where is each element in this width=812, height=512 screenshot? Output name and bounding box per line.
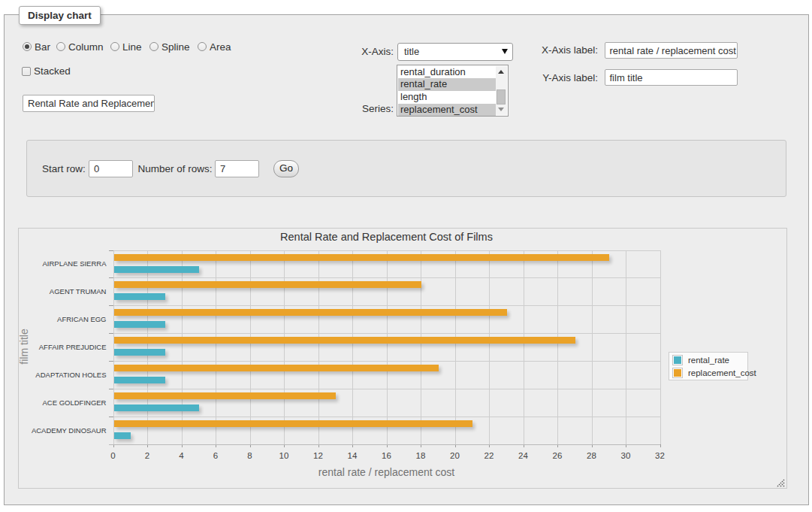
legend-label: rental_rate xyxy=(688,356,729,365)
y-tickmark xyxy=(109,361,113,362)
stacked-checkbox[interactable] xyxy=(22,67,31,76)
chart-type-radio-bar[interactable] xyxy=(23,42,32,51)
scroll-down-icon xyxy=(498,108,504,111)
listbox-scrollbar[interactable] xyxy=(496,66,507,115)
category-label: AGENT TRUMAN xyxy=(23,288,107,295)
bar-rental_rate xyxy=(114,377,165,383)
chart-container: Rental Rate and Replacement Cost of Film… xyxy=(18,228,787,489)
x-tick-label: 0 xyxy=(102,451,125,460)
page: Display chart BarColumnLineSplineArea St… xyxy=(0,0,812,512)
scroll-up-button[interactable] xyxy=(496,66,507,77)
bar-rental_rate xyxy=(114,349,165,356)
x-gridline xyxy=(592,250,593,445)
y-tickmark xyxy=(109,305,113,306)
x-tick-label: 26 xyxy=(546,451,569,460)
series-option-rental_duration[interactable]: rental_duration xyxy=(398,66,496,79)
series-listbox[interactable]: rental_durationrental_ratelengthreplacem… xyxy=(397,65,509,117)
category-label: ADAPTATION HOLES xyxy=(23,371,107,379)
fieldset-legend: Display chart xyxy=(19,6,101,25)
bar-replacement_cost xyxy=(114,337,575,344)
x-gridline xyxy=(660,250,661,445)
x-tick-label: 6 xyxy=(204,451,227,460)
chart-title-input[interactable]: Rental Rate and Replacement Cost of Film… xyxy=(23,95,155,112)
y-tickmark xyxy=(109,333,113,334)
number-of-rows-input[interactable]: 7 xyxy=(215,160,259,178)
x-gridline xyxy=(147,250,148,445)
bar-replacement_cost xyxy=(114,365,439,371)
bar-rental_rate xyxy=(114,293,165,300)
y-gridline xyxy=(113,417,660,417)
chart-type-label-bar: Bar xyxy=(35,42,50,53)
chart-type-radio-column[interactable] xyxy=(56,42,65,51)
scrollbar-thumb[interactable] xyxy=(497,89,506,105)
x-gridline xyxy=(284,250,285,445)
x-tick-label: 24 xyxy=(512,451,535,460)
x-tick-label: 8 xyxy=(239,451,261,460)
x-tick-label: 22 xyxy=(478,451,500,460)
x-tick-label: 12 xyxy=(307,451,330,460)
category-label: AFRICAN EGG xyxy=(23,316,107,323)
x-axis-title: rental rate / replacement cost xyxy=(113,466,660,478)
x-tick-label: 30 xyxy=(614,451,637,460)
bar-rental_rate xyxy=(114,266,200,273)
y-axis-title: film title xyxy=(18,317,30,377)
legend-label: replacement_cost xyxy=(688,368,756,378)
number-of-rows-label: Number of rows: xyxy=(138,164,213,174)
y-tickmark xyxy=(109,277,113,278)
category-label: AFFAIR PREJUDICE xyxy=(23,344,107,351)
x-axis-label-label: X-Axis label: xyxy=(518,45,598,56)
y-axis-label-input[interactable]: film title xyxy=(605,69,738,86)
bar-rental_rate xyxy=(114,432,131,439)
x-gridline xyxy=(352,250,353,445)
stacked-label: Stacked xyxy=(34,66,71,77)
y-tickmark xyxy=(109,389,113,389)
resize-grip-icon[interactable] xyxy=(776,477,785,486)
x-tick-label: 18 xyxy=(409,451,432,460)
chart-type-radio-line[interactable] xyxy=(110,42,119,51)
y-gridline xyxy=(113,333,660,334)
y-gridline xyxy=(113,277,660,278)
chart-type-label-spline: Spline xyxy=(161,42,190,53)
radio-dot-icon xyxy=(25,44,29,49)
chart-type-label-line: Line xyxy=(122,42,142,53)
chart-type-radio-spline[interactable] xyxy=(149,42,158,51)
chart-type-label-area: Area xyxy=(210,42,231,53)
x-gridline xyxy=(489,250,490,445)
y-tickmark xyxy=(109,250,113,251)
bar-rental_rate xyxy=(114,321,165,328)
x-tickmark xyxy=(660,444,661,447)
x-gridline xyxy=(216,250,216,445)
x-tick-label: 20 xyxy=(444,451,466,460)
dropdown-arrow-icon xyxy=(502,49,508,54)
y-axis-label-label: Y-Axis label: xyxy=(518,73,598,83)
scroll-up-icon xyxy=(498,70,504,74)
category-label: ACADEMY DINOSAUR xyxy=(23,427,107,435)
category-label: AIRPLANE SIERRA xyxy=(23,260,107,268)
x-tick-label: 14 xyxy=(341,451,364,460)
x-tick-label: 32 xyxy=(649,451,672,460)
x-tick-label: 16 xyxy=(376,451,398,460)
x-axis-label-input[interactable]: rental rate / replacement cost xyxy=(605,42,738,59)
category-label: ACE GOLDFINGER xyxy=(23,399,107,407)
x-gridline xyxy=(455,250,456,445)
legend-swatch-rental_rate xyxy=(672,355,683,365)
x-tick-label: 10 xyxy=(273,451,295,460)
series-option-rental_rate[interactable]: rental_rate xyxy=(398,78,496,91)
chart-type-radio-area[interactable] xyxy=(198,42,207,51)
x-gridline xyxy=(113,250,114,445)
y-gridline xyxy=(113,305,660,306)
x-gridline xyxy=(387,250,388,445)
y-gridline xyxy=(113,250,660,251)
x-gridline xyxy=(250,250,251,445)
start-row-input[interactable]: 0 xyxy=(89,160,133,178)
chart-type-label-column: Column xyxy=(68,42,104,53)
bar-replacement_cost xyxy=(114,309,507,316)
scroll-down-button[interactable] xyxy=(496,105,507,115)
series-option-length[interactable]: length xyxy=(398,91,496,104)
x-axis-selected-value: title xyxy=(404,46,419,57)
series-option-replacement_cost[interactable]: replacement_cost xyxy=(398,104,496,117)
bar-rental_rate xyxy=(114,404,200,411)
x-gridline xyxy=(524,250,524,445)
x-axis-select[interactable]: title xyxy=(397,43,513,61)
go-button[interactable]: Go xyxy=(273,160,299,177)
